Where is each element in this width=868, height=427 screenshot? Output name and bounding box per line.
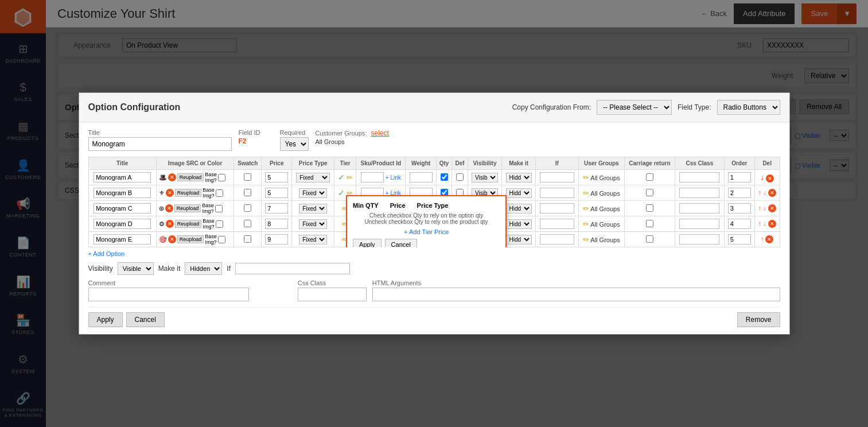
row5-swatch-check[interactable] bbox=[244, 235, 251, 243]
row5-del-icon[interactable]: ✕ bbox=[765, 235, 773, 243]
row3-down-arrow[interactable]: ↓ bbox=[763, 204, 766, 211]
row5-remove-icon[interactable]: ✕ bbox=[168, 235, 176, 243]
row2-remove-icon[interactable]: ✕ bbox=[166, 189, 174, 197]
row4-reupload-btn[interactable]: Reupload bbox=[175, 220, 202, 228]
row1-del-icon[interactable]: ✕ bbox=[766, 174, 774, 183]
row1-carriage-check[interactable] bbox=[646, 173, 653, 181]
row5-price-type-select[interactable]: Fixed bbox=[299, 235, 327, 244]
row4-title-input[interactable] bbox=[94, 219, 151, 229]
add-option-link[interactable]: + Add Option bbox=[88, 250, 125, 257]
row1-def-check[interactable] bbox=[456, 173, 464, 181]
row1-price-type-select[interactable]: FixedPercent bbox=[296, 173, 330, 183]
row4-swatch-check[interactable] bbox=[244, 220, 251, 227]
row5-price-input[interactable] bbox=[265, 234, 288, 244]
html-args-input[interactable] bbox=[372, 288, 780, 301]
visibility-select[interactable]: Visible bbox=[118, 262, 154, 275]
row2-price-input[interactable] bbox=[265, 188, 288, 198]
row5-make-it-select[interactable]: Hidd bbox=[506, 235, 532, 244]
row1-remove-icon[interactable]: ✕ bbox=[168, 173, 176, 181]
row3-order-input[interactable] bbox=[728, 203, 751, 214]
row2-reupload-btn[interactable]: Reupload bbox=[175, 189, 202, 197]
row1-make-it-select[interactable]: Hidd bbox=[506, 173, 532, 183]
row2-down-arrow[interactable]: ↓ bbox=[763, 189, 766, 196]
row2-if-input[interactable] bbox=[540, 188, 574, 198]
row1-order-input[interactable] bbox=[728, 172, 751, 183]
row3-del-icon[interactable]: ✕ bbox=[768, 204, 776, 212]
row1-sku-input[interactable] bbox=[361, 172, 384, 183]
row4-css-input[interactable] bbox=[679, 219, 719, 229]
row5-up-arrow[interactable]: ↑ bbox=[761, 235, 764, 242]
tier-apply-button[interactable]: Apply bbox=[353, 239, 382, 247]
row3-up-arrow[interactable]: ↑ bbox=[758, 204, 762, 211]
row4-up-arrow[interactable]: ↑ bbox=[758, 220, 762, 227]
modal-remove-button[interactable]: Remove bbox=[737, 312, 780, 327]
row1-if-input[interactable] bbox=[540, 172, 574, 183]
row3-if-input[interactable] bbox=[540, 203, 574, 214]
row2-make-it-select[interactable]: Hidd bbox=[506, 188, 532, 198]
row4-price-input[interactable] bbox=[265, 219, 288, 229]
row2-user-groups-edit-icon[interactable]: ✏ bbox=[583, 189, 589, 197]
row3-make-it-select[interactable]: Hidd bbox=[506, 204, 532, 214]
row2-order-input[interactable] bbox=[728, 188, 751, 198]
row5-user-groups-edit-icon[interactable]: ✏ bbox=[583, 235, 589, 244]
row4-make-it-select[interactable]: Hidd bbox=[506, 219, 532, 229]
row4-remove-icon[interactable]: ✕ bbox=[166, 220, 174, 228]
row3-user-groups-edit-icon[interactable]: ✏ bbox=[583, 204, 589, 213]
row4-order-input[interactable] bbox=[728, 219, 751, 229]
row3-css-input[interactable] bbox=[679, 203, 719, 214]
row3-carriage-check[interactable] bbox=[646, 204, 653, 212]
row1-link-btn[interactable]: + Link bbox=[386, 174, 401, 181]
row1-weight-input[interactable] bbox=[410, 172, 433, 183]
row4-del-icon[interactable]: ✕ bbox=[768, 220, 776, 228]
comment-input[interactable] bbox=[88, 288, 249, 301]
title-input[interactable] bbox=[88, 137, 232, 151]
row2-del-icon[interactable]: ✕ bbox=[768, 189, 776, 197]
row5-if-input[interactable] bbox=[540, 234, 574, 244]
if-input[interactable] bbox=[235, 263, 350, 274]
row1-swatch-check[interactable] bbox=[244, 173, 251, 181]
modal-apply-button[interactable]: Apply bbox=[88, 312, 123, 327]
row5-title-input[interactable] bbox=[94, 234, 151, 244]
row1-visibility-select[interactable]: Visib bbox=[472, 173, 498, 183]
row2-up-arrow[interactable]: ↑ bbox=[758, 189, 762, 196]
row2-price-type-select[interactable]: Fixed bbox=[299, 188, 327, 198]
make-it-select[interactable]: Hidden bbox=[185, 262, 222, 275]
row5-reupload-btn[interactable]: Reupload bbox=[177, 235, 204, 243]
row3-base-img-check[interactable] bbox=[215, 205, 223, 212]
row3-remove-icon[interactable]: ✕ bbox=[165, 204, 173, 212]
row4-if-input[interactable] bbox=[540, 219, 574, 229]
add-tier-price-link[interactable]: + Add Tier Price bbox=[404, 228, 449, 235]
row1-title-input[interactable] bbox=[94, 172, 151, 183]
tier-cancel-button[interactable]: Cancel bbox=[385, 239, 417, 247]
css-class-input[interactable] bbox=[298, 288, 367, 301]
row1-down-arrow[interactable]: ↓ bbox=[760, 173, 764, 182]
row4-base-img-check[interactable] bbox=[216, 220, 223, 228]
copy-config-select[interactable]: -- Please Select -- bbox=[597, 100, 672, 115]
required-select[interactable]: YesNo bbox=[280, 137, 309, 151]
row2-title-input[interactable] bbox=[94, 188, 151, 198]
row1-tier-edit-icon[interactable]: ✏ bbox=[347, 173, 353, 182]
row3-reupload-btn[interactable]: Reupload bbox=[174, 204, 201, 212]
row1-css-input[interactable] bbox=[679, 172, 719, 183]
modal-cancel-button[interactable]: Cancel bbox=[126, 312, 165, 327]
row2-css-input[interactable] bbox=[679, 188, 719, 198]
row1-base-img-check[interactable] bbox=[218, 174, 225, 181]
row3-title-input[interactable] bbox=[94, 203, 151, 214]
row5-order-input[interactable] bbox=[728, 234, 751, 244]
row5-carriage-check[interactable] bbox=[646, 235, 653, 243]
row4-carriage-check[interactable] bbox=[646, 220, 653, 227]
row5-css-input[interactable] bbox=[679, 234, 719, 244]
row4-user-groups-edit-icon[interactable]: ✏ bbox=[583, 220, 589, 228]
row4-down-arrow[interactable]: ↓ bbox=[763, 220, 766, 227]
row3-swatch-check[interactable] bbox=[244, 204, 251, 212]
row5-base-img-check[interactable] bbox=[218, 236, 225, 243]
row1-user-groups-edit-icon[interactable]: ✏ bbox=[583, 173, 589, 182]
row2-base-img-check[interactable] bbox=[216, 189, 223, 197]
row3-price-input[interactable] bbox=[265, 203, 288, 214]
field-type-select[interactable]: Radio Buttons bbox=[717, 100, 780, 115]
row1-price-input[interactable] bbox=[265, 172, 288, 183]
row1-reupload-btn[interactable]: Reupload bbox=[177, 173, 204, 181]
row2-swatch-check[interactable] bbox=[244, 189, 251, 196]
customer-groups-select-link[interactable]: select bbox=[371, 129, 388, 137]
row3-price-type-select[interactable]: Fixed bbox=[299, 204, 327, 214]
